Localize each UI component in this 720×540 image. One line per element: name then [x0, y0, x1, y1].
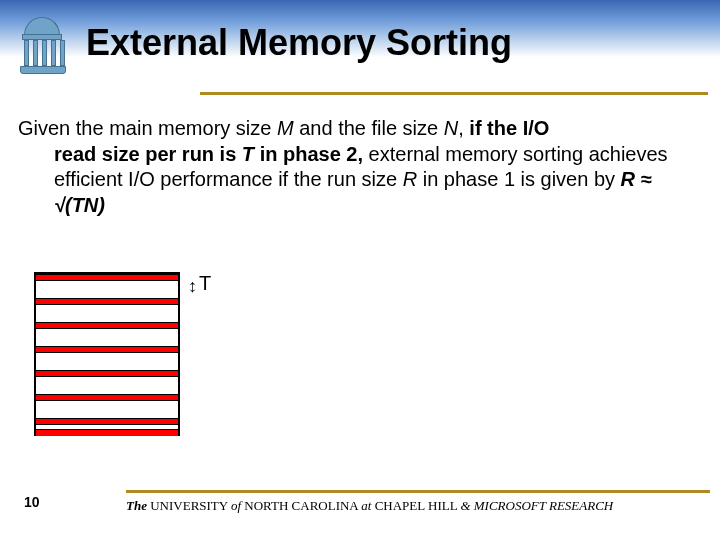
text: CHAPEL HILL: [371, 498, 460, 513]
bold-text: in phase 2,: [254, 143, 363, 165]
runs-diagram: [34, 272, 180, 436]
text: ,: [458, 117, 469, 139]
run-bar: [36, 418, 178, 425]
text: at: [361, 498, 371, 513]
var-T: T: [242, 143, 254, 165]
t-label: T: [199, 272, 211, 294]
footer-rule: [126, 490, 710, 493]
text: The: [126, 498, 147, 513]
bold-text: read size per run is: [54, 143, 242, 165]
text: Given the main memory size: [18, 117, 277, 139]
text: & MICROSOFT RESEARCH: [460, 498, 613, 513]
run-bar: [36, 274, 178, 281]
var-M: M: [277, 117, 294, 139]
footer-affiliation: The UNIVERSITY of NORTH CAROLINA at CHAP…: [126, 498, 710, 514]
slide: External Memory Sorting Given the main m…: [0, 0, 720, 540]
text: of: [231, 498, 241, 513]
var-N: N: [444, 117, 458, 139]
body-paragraph: Given the main memory size M and the fil…: [18, 116, 700, 218]
bold-text: if the I/O: [469, 117, 549, 139]
text: and the file size: [294, 117, 444, 139]
run-bar: [36, 429, 178, 436]
run-bar: [36, 394, 178, 401]
page-number: 10: [24, 494, 40, 510]
text: external memory: [363, 143, 518, 165]
run-bar: [36, 370, 178, 377]
updown-arrow-icon: ↕: [188, 277, 197, 295]
text: in phase 1 is given by: [423, 168, 621, 190]
title-underline: [200, 92, 708, 95]
slide-title: External Memory Sorting: [86, 22, 512, 64]
run-bar: [36, 298, 178, 305]
var-R: R: [403, 168, 417, 190]
run-bar: [36, 346, 178, 353]
text: NORTH CAROLINA: [241, 498, 361, 513]
t-indicator: ↕T: [188, 272, 211, 295]
run-bar: [36, 322, 178, 329]
text: UNIVERSITY: [147, 498, 231, 513]
old-well-logo: [12, 14, 74, 76]
